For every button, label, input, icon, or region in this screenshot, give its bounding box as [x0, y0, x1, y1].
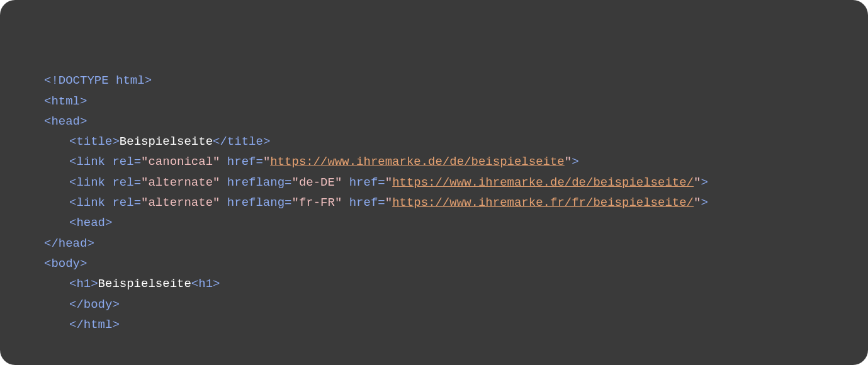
h1-open: <h1>	[69, 277, 98, 291]
quote-close: "	[565, 155, 572, 169]
alternate-de-url[interactable]: https://www.ihremarke.de/de/beispielseit…	[392, 176, 694, 189]
h1-text: Beispielseite	[98, 277, 191, 291]
rel-attr: rel=	[112, 196, 141, 210]
code-line-9: </head>	[44, 233, 824, 254]
tag-close: >	[701, 196, 707, 210]
code-line-8: <head>	[44, 213, 824, 233]
code-line-10: <body>	[44, 254, 824, 274]
tag-close: >	[572, 155, 578, 169]
href-attr: href=	[342, 196, 385, 210]
alternate-fr-url[interactable]: https://www.ihremarke.fr/fr/beispielseit…	[392, 196, 694, 210]
hreflang-value: "de-DE"	[291, 176, 342, 189]
head-tag: <head>	[69, 216, 112, 230]
rel-attr: rel=	[112, 176, 141, 189]
rel-value: "alternate"	[141, 176, 220, 189]
link-tag: <link	[69, 155, 112, 169]
html-open-tag: <html>	[44, 94, 87, 108]
code-line-2: <html>	[44, 91, 824, 111]
href-attr: href=	[220, 155, 262, 169]
href-attr: href=	[342, 176, 385, 189]
head-close-tag: </head>	[44, 237, 94, 250]
canonical-url[interactable]: https://www.ihremarke.de/de/beispielseit…	[270, 155, 564, 169]
title-open: <title>	[69, 135, 120, 149]
quote-close: "	[694, 196, 701, 210]
doctype-tag: <!DOCTYPE html>	[44, 74, 152, 87]
code-line-3: <head>	[44, 111, 824, 132]
link-tag: <link	[69, 176, 112, 189]
code-line-7: <link rel="alternate" hreflang="fr-FR" h…	[44, 193, 824, 213]
quote-close: "	[694, 176, 701, 189]
body-open-tag: <body>	[44, 257, 87, 271]
html-close-tag: </html>	[69, 318, 120, 332]
h1-close: <h1>	[191, 277, 220, 291]
code-line-1: <!DOCTYPE html>	[44, 70, 824, 91]
quote-open: "	[385, 176, 392, 189]
hreflang-attr: hreflang=	[220, 196, 291, 210]
quote-open: "	[263, 155, 270, 169]
head-open-tag: <head>	[44, 115, 87, 128]
body-close-tag: </body>	[69, 298, 120, 312]
title-close: </title>	[213, 135, 270, 149]
link-tag: <link	[69, 196, 112, 210]
rel-value: "canonical"	[141, 155, 220, 169]
quote-open: "	[385, 196, 392, 210]
code-snippet: <!DOCTYPE html><html><head><title>Beispi…	[0, 0, 868, 365]
tag-close: >	[701, 176, 707, 189]
code-line-5: <link rel="canonical" href="https://www.…	[44, 152, 824, 172]
hreflang-attr: hreflang=	[220, 176, 291, 189]
code-line-13: </html>	[44, 315, 824, 335]
hreflang-value: "fr-FR"	[291, 196, 342, 210]
rel-value: "alternate"	[141, 196, 220, 210]
code-line-4: <title>Beispielseite</title>	[44, 132, 824, 152]
code-line-12: </body>	[44, 295, 824, 315]
code-line-11: <h1>Beispielseite<h1>	[44, 274, 824, 294]
code-line-6: <link rel="alternate" hreflang="de-DE" h…	[44, 172, 824, 193]
title-text: Beispielseite	[120, 135, 213, 149]
rel-attr: rel=	[112, 155, 141, 169]
